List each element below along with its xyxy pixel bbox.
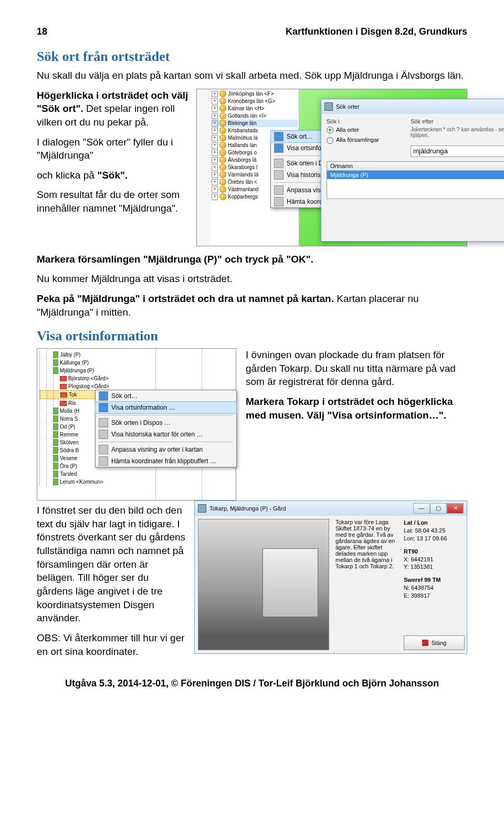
menu-icon [99, 430, 108, 439]
menu-icon [99, 391, 108, 401]
context-menu-item[interactable]: Anpassa visning av orter i kartan [96, 444, 236, 455]
menu-icon [274, 197, 284, 206]
window-icon [198, 504, 206, 513]
x-icon [422, 640, 428, 646]
para-6: Markera församlingen "Mjäldrunga (P)" oc… [37, 253, 467, 266]
radio-alla-forsamlingar[interactable]: Alla församlingar [327, 137, 395, 144]
page-number: 18 [37, 26, 47, 37]
farm-photo [198, 519, 329, 650]
tree-row[interactable]: Mjäldrunga (P) [39, 367, 121, 374]
ortsinformation-window[interactable]: Tokarp, Mjäldrunga (P) - Gård — ▢ ✕ Toka… [194, 501, 467, 654]
window-title-3: Tokarp, Mjäldrunga (P) - Gård [209, 505, 286, 512]
coords-rt90: RT90 X: 6442191 Y: 1351381 [404, 548, 465, 571]
menu-icon [274, 185, 284, 195]
context-menu-item[interactable]: Sök ort… [96, 390, 236, 402]
label-hint: Jokertecknen * och ? kan användas - se h… [411, 127, 504, 138]
stang-button[interactable]: Stäng [404, 635, 465, 650]
tree-row[interactable]: +Kalmar län <H> [212, 105, 298, 112]
menu-icon [99, 456, 108, 466]
maximize-button[interactable]: ▢ [430, 503, 447, 514]
para-7: Nu kommer Mjäldrunga att visas i ortsträ… [37, 272, 467, 286]
tree-row[interactable]: Lerum <Kommun> [39, 478, 121, 486]
context-menu-item[interactable]: Visa ortsinformation … [95, 401, 237, 414]
list-row-selected[interactable]: Mjäldrunga (P) [327, 171, 504, 179]
tree-row[interactable]: Björstorp <Gård> [39, 374, 121, 382]
tree-row[interactable]: +Blekinge län [212, 120, 298, 127]
tree-row[interactable]: +Jönköpings län <F> [212, 90, 298, 98]
search-input[interactable] [411, 145, 504, 157]
para-8: Peka på "Mjäldrunga" i ortsträdet och dr… [37, 292, 467, 319]
tree-row[interactable]: +Gotlands län <I> [212, 112, 298, 120]
menu-icon [274, 159, 284, 168]
menu-icon [274, 132, 284, 141]
list-header: Ortnamn [327, 162, 504, 171]
coords-sweref: Sweref 99 TM N: 6438754 E: 398917 [404, 576, 465, 600]
screenshot-visa-ortsinfo: Jälby (P)Källunga (P)Mjäldrunga (P)Björs… [37, 348, 236, 501]
footer: Utgåva 5.3, 2014-12-01, © Föreningen DIS… [37, 678, 467, 689]
heading-sok-ort: Sök ort från ortsträdet [37, 49, 467, 65]
label-soki: Sök i [327, 118, 395, 124]
context-menu-item[interactable]: Visa historiska kartor för orten … [96, 429, 236, 440]
window-title: Sök orter [336, 103, 360, 110]
context-menu-2[interactable]: Sök ort…Visa ortsinformation …Sök orten … [95, 390, 237, 467]
menu-icon [274, 170, 284, 180]
titlebar-3[interactable]: Tokarp, Mjäldrunga (P) - Gård — ▢ ✕ [195, 501, 467, 516]
screenshot-sok-ort: +Jönköpings län <F>+Kronobergs län <G>+K… [196, 89, 467, 246]
radio-alla-orter[interactable]: Alla orter [327, 127, 395, 134]
menu-icon [274, 143, 284, 153]
tree-row[interactable]: Källunga (P) [39, 359, 121, 367]
tree-row[interactable]: Tarsled [39, 470, 121, 478]
sok-orter-window[interactable]: Sök orter — ▢ ✕ Sök i Alla orter Alla fö… [321, 99, 504, 242]
menu-icon [99, 403, 108, 412]
menu-icon [99, 445, 108, 454]
coords-latlon: Lat / Lon Lat: 58 04 43.25 Lon: 13 17 09… [404, 519, 465, 543]
heading-visa-ortsinformation: Visa ortsinformation [37, 328, 467, 344]
farm-description: Tokarp var före Laga Skiftet 1873-74 en … [335, 519, 401, 569]
tree-row[interactable]: Jälby (P) [39, 351, 121, 359]
close-button[interactable]: ✕ [447, 503, 464, 514]
doc-title: Kartfunktionen i Disgen 8.2d, Grundkurs [286, 26, 467, 37]
label-sokefter: Sök efter [411, 118, 504, 124]
tree-row[interactable]: +Kronobergs län <G> [212, 98, 298, 105]
context-menu-item[interactable]: Sök orten i Dispos … [96, 417, 236, 429]
tool-palette [197, 89, 211, 246]
minimize-button[interactable]: — [413, 503, 430, 514]
window-icon [324, 102, 333, 111]
results-list[interactable]: Ortnamn Mjäldrunga (P) [327, 161, 504, 199]
context-menu-item[interactable]: Hämta koordinater från klippbuffert … [96, 455, 236, 467]
menu-icon [99, 418, 108, 428]
para-1: Nu skall du välja en plats på kartan som… [37, 69, 467, 82]
titlebar[interactable]: Sök orter — ▢ ✕ [321, 99, 504, 114]
tree-row[interactable]: Plogskog <Gård> [39, 382, 121, 390]
